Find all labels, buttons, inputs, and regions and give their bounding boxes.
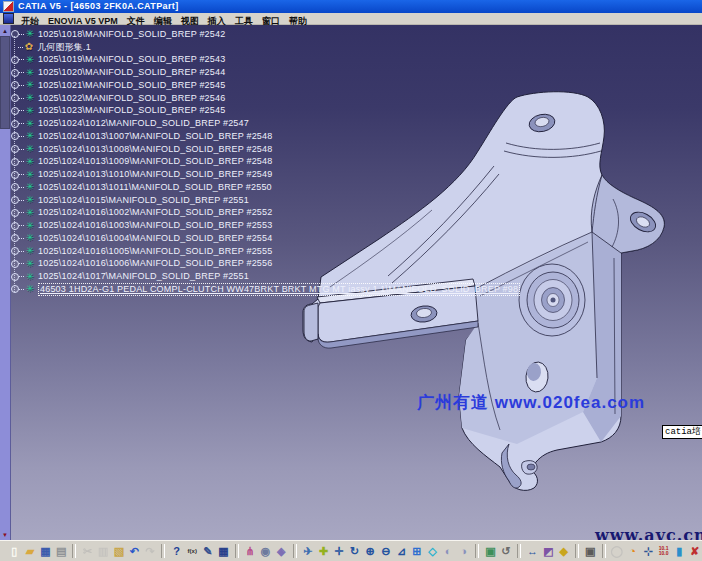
redo-icon[interactable]: ↷ bbox=[143, 543, 158, 559]
print-icon[interactable]: ▤ bbox=[54, 543, 69, 559]
fit-all-in-icon[interactable]: ✚ bbox=[316, 543, 331, 559]
database-icon[interactable]: ▮ bbox=[672, 543, 687, 559]
annotation-icon[interactable]: ✎ bbox=[201, 543, 216, 559]
tree-item-label[interactable]: 1025\1020\MANIFOLD_SOLID_BREP #2544 bbox=[38, 67, 225, 78]
lock-icon[interactable]: ◆ bbox=[556, 543, 571, 559]
tree-node-toggle[interactable] bbox=[11, 94, 19, 102]
tree-item[interactable]: ✳1025\1024\1016\1006\MANIFOLD_SOLID_BREP… bbox=[10, 258, 520, 271]
tree-item-label[interactable]: 1025\1024\1017\MANIFOLD_SOLID_BREP #2551 bbox=[38, 271, 249, 282]
tree-item-label[interactable]: 1025\1024\1013\1009\MANIFOLD_SOLID_BREP … bbox=[38, 156, 272, 167]
copy-icon[interactable]: ▥ bbox=[96, 543, 111, 559]
history-clock-icon[interactable]: ◔ bbox=[625, 543, 640, 559]
tree-node-toggle[interactable] bbox=[11, 171, 19, 179]
turntable-icon[interactable]: ↺ bbox=[499, 543, 514, 559]
tree-item[interactable]: ✳1025\1024\1013\1011\MANIFOLD_SOLID_BREP… bbox=[10, 181, 520, 194]
measure-item-icon[interactable]: ◩ bbox=[541, 543, 556, 559]
tree-node-toggle[interactable] bbox=[11, 107, 19, 115]
tree-item[interactable]: ✳1025\1021\MANIFOLD_SOLID_BREP #2545 bbox=[10, 79, 520, 92]
formula-icon[interactable]: f(x) bbox=[185, 543, 200, 559]
menu-window[interactable]: 窗口 bbox=[262, 16, 280, 26]
new-file-icon[interactable]: ▯ bbox=[7, 543, 22, 559]
tree-node-toggle[interactable] bbox=[11, 222, 19, 230]
tree-item[interactable]: ✳1025\1024\1013\1009\MANIFOLD_SOLID_BREP… bbox=[10, 156, 520, 169]
datum-table-icon[interactable]: ▦ bbox=[216, 543, 231, 559]
menu-edit[interactable]: 编辑 bbox=[154, 16, 172, 26]
shading-mode-icon[interactable]: ◐ bbox=[441, 543, 456, 559]
coordinates-display-icon[interactable]: 10.110.0 bbox=[656, 543, 671, 559]
tree-item-label[interactable]: 1025\1024\1013\1008\MANIFOLD_SOLID_BREP … bbox=[38, 144, 272, 155]
tree-node-toggle[interactable] bbox=[11, 120, 19, 128]
measure-between-icon[interactable]: ↔ bbox=[525, 543, 540, 559]
multi-view-icon[interactable]: ⊞ bbox=[410, 543, 425, 559]
zoom-in-icon[interactable]: ⊕ bbox=[363, 543, 378, 559]
rotate-icon[interactable]: ↻ bbox=[347, 543, 362, 559]
capture-icon[interactable]: ▣ bbox=[583, 543, 598, 559]
menu-tools[interactable]: 工具 bbox=[235, 16, 253, 26]
refresh-icon[interactable]: ◯ bbox=[610, 543, 625, 559]
tree-node-toggle[interactable] bbox=[11, 273, 19, 281]
scroll-up-arrow-icon[interactable]: ▲ bbox=[0, 25, 10, 36]
undo-icon[interactable]: ↶ bbox=[127, 543, 142, 559]
tree-item-label[interactable]: 1025\1024\1012\MANIFOLD_SOLID_BREP #2547 bbox=[38, 118, 249, 129]
tree-node-toggle[interactable] bbox=[11, 69, 19, 77]
tree-node-toggle[interactable] bbox=[11, 285, 19, 293]
tree-item[interactable]: ✳1025\1024\1017\MANIFOLD_SOLID_BREP #255… bbox=[10, 270, 520, 283]
tree-item-label[interactable]: 1025\1024\1016\1003\MANIFOLD_SOLID_BREP … bbox=[38, 220, 272, 231]
tree-item[interactable]: ✳1025\1024\1016\1005\MANIFOLD_SOLID_BREP… bbox=[10, 245, 520, 258]
tree-item[interactable]: ✳1025\1024\1016\1003\MANIFOLD_SOLID_BREP… bbox=[10, 219, 520, 232]
tree-item-label[interactable]: 1025\1024\1013\1007\MANIFOLD_SOLID_BREP … bbox=[38, 131, 272, 142]
tree-item-label[interactable]: 1025\1024\1016\1006\MANIFOLD_SOLID_BREP … bbox=[38, 258, 272, 269]
tree-item-label[interactable]: 几何图形集.1 bbox=[37, 42, 91, 53]
shading-edges-icon[interactable]: ◑ bbox=[456, 543, 471, 559]
tree-item-label[interactable]: 1025\1021\MANIFOLD_SOLID_BREP #2545 bbox=[38, 80, 225, 91]
tree-item-label[interactable]: 1025\1019\MANIFOLD_SOLID_BREP #2543 bbox=[38, 54, 225, 65]
knowledge-tools-icon[interactable]: ✘ bbox=[688, 543, 702, 559]
cut-icon[interactable]: ✂ bbox=[80, 543, 95, 559]
scroll-down-arrow-icon[interactable]: ▼ bbox=[0, 529, 10, 540]
product-structure-icon[interactable]: ⋔ bbox=[243, 543, 258, 559]
tree-node-toggle[interactable] bbox=[11, 183, 19, 191]
menu-insert[interactable]: 插入 bbox=[208, 16, 226, 26]
tree-item-label[interactable]: 1025\1024\1016\1005\MANIFOLD_SOLID_BREP … bbox=[38, 246, 272, 257]
whats-this-help-icon[interactable]: ? bbox=[169, 543, 184, 559]
tree-item-label[interactable]: 1025\1022\MANIFOLD_SOLID_BREP #2546 bbox=[38, 93, 225, 104]
tree-node-toggle[interactable] bbox=[11, 260, 19, 268]
tree-item-label[interactable]: 1025\1024\1015\MANIFOLD_SOLID_BREP #2551 bbox=[38, 195, 249, 206]
iso-view-icon[interactable]: ◇ bbox=[425, 543, 440, 559]
normal-view-icon[interactable]: ⊿ bbox=[394, 543, 409, 559]
menu-view[interactable]: 视图 bbox=[181, 16, 199, 26]
tree-item-label[interactable]: 1025\1024\1013\1010\MANIFOLD_SOLID_BREP … bbox=[38, 169, 272, 180]
tree-node-toggle[interactable] bbox=[11, 247, 19, 255]
tree-node-toggle[interactable] bbox=[11, 158, 19, 166]
tree-node-toggle[interactable] bbox=[11, 30, 19, 38]
update-links-icon[interactable]: ◈ bbox=[274, 543, 289, 559]
save-icon[interactable]: ▦ bbox=[38, 543, 53, 559]
tree-node-toggle[interactable] bbox=[11, 81, 19, 89]
tree-item-label[interactable]: 1025\1018\MANIFOLD_SOLID_BREP #2542 bbox=[38, 29, 225, 40]
zoom-out-icon[interactable]: ⊖ bbox=[378, 543, 393, 559]
tree-item[interactable]: ✳1025\1024\1016\1002\MANIFOLD_SOLID_BREP… bbox=[10, 207, 520, 220]
apply-material-icon[interactable]: ▣ bbox=[483, 543, 498, 559]
tree-item[interactable]: ✳1025\1024\1012\MANIFOLD_SOLID_BREP #254… bbox=[10, 117, 520, 130]
tree-item[interactable]: ✿几何图形集.1 bbox=[10, 41, 520, 54]
tree-node-toggle[interactable] bbox=[11, 209, 19, 217]
tree-item[interactable]: ✳1025\1024\1015\MANIFOLD_SOLID_BREP #255… bbox=[10, 194, 520, 207]
menu-file[interactable]: 文件 bbox=[127, 16, 145, 26]
tree-item[interactable]: ✳1025\1020\MANIFOLD_SOLID_BREP #2544 bbox=[10, 66, 520, 79]
tree-item[interactable]: ✳1025\1024\1013\1007\MANIFOLD_SOLID_BREP… bbox=[10, 130, 520, 143]
paste-icon[interactable]: ▧ bbox=[112, 543, 127, 559]
tree-item-label[interactable]: 46503 1HD2A-G1 PEDAL COMPL-CLUTCH WW47BR… bbox=[38, 283, 520, 296]
tree-node-toggle[interactable] bbox=[11, 196, 19, 204]
fly-mode-icon[interactable]: ✈ bbox=[301, 543, 316, 559]
tree-item-label[interactable]: 1025\1024\1016\1002\MANIFOLD_SOLID_BREP … bbox=[38, 207, 272, 218]
tree-item[interactable]: ✳1025\1024\1016\1004\MANIFOLD_SOLID_BREP… bbox=[10, 232, 520, 245]
tree-node-toggle[interactable] bbox=[11, 56, 19, 64]
tree-item[interactable]: ✳1025\1024\1013\1008\MANIFOLD_SOLID_BREP… bbox=[10, 143, 520, 156]
axis-system-icon[interactable]: ⊹ bbox=[641, 543, 656, 559]
menu-start[interactable]: 开始 bbox=[21, 16, 39, 26]
tree-item-label[interactable]: 1025\1024\1013\1011\MANIFOLD_SOLID_BREP … bbox=[38, 182, 272, 193]
tree-node-toggle[interactable] bbox=[11, 132, 19, 140]
tree-node-toggle[interactable] bbox=[11, 145, 19, 153]
tree-item[interactable]: ✳1025\1019\MANIFOLD_SOLID_BREP #2543 bbox=[10, 54, 520, 67]
scrollbar-thumb[interactable] bbox=[0, 36, 10, 129]
